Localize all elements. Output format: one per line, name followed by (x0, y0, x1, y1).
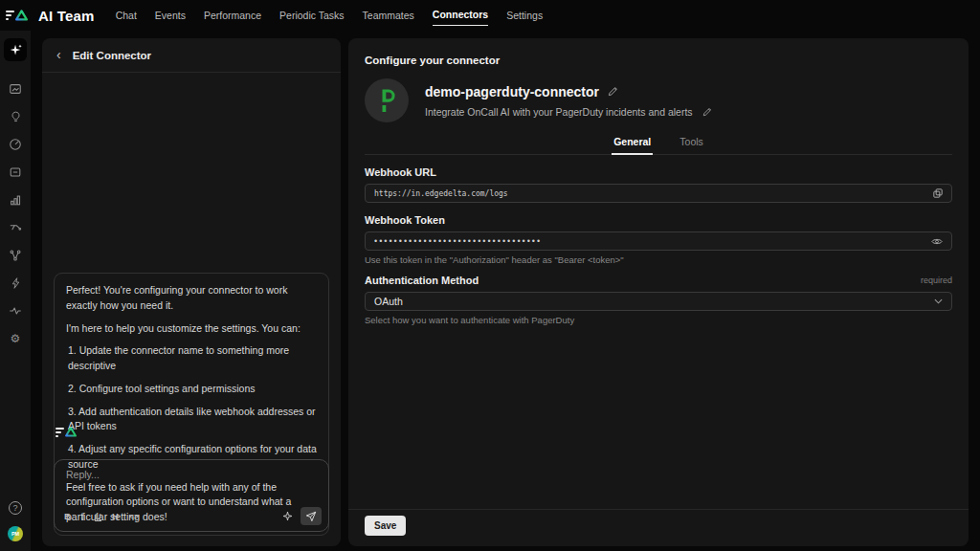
tab-general[interactable]: General (612, 130, 653, 155)
gauge-icon[interactable] (8, 137, 23, 152)
reply-toolbar: B I U H <> (64, 507, 322, 525)
heading-button[interactable]: H (112, 511, 119, 521)
user-avatar[interactable]: PM (8, 526, 23, 541)
events-card-icon[interactable] (8, 81, 23, 97)
auth-method-helper: Select how you want to authenticate with… (365, 315, 952, 325)
edit-connector-chat-panel: ‹ Edit Connector Perfect! You're configu… (42, 38, 341, 546)
edgedelta-logo-icon (6, 10, 28, 21)
nav-events[interactable]: Events (155, 6, 186, 26)
reply-input[interactable] (55, 460, 328, 498)
lightning-icon[interactable] (8, 276, 23, 291)
save-divider (348, 509, 969, 510)
settings-gear-icon[interactable]: ⚙ (8, 331, 23, 346)
card-icon[interactable] (8, 165, 23, 180)
webhook-url-input[interactable] (374, 189, 933, 198)
webhook-token-input[interactable] (374, 236, 931, 246)
ai-sparkle-icon[interactable] (4, 38, 27, 61)
nav-periodic-tasks[interactable]: Periodic Tasks (279, 6, 345, 26)
webhook-token-label: Webhook Token (365, 214, 445, 226)
edit-description-pencil-icon[interactable] (702, 107, 712, 117)
tab-tools[interactable]: Tools (678, 130, 705, 154)
edit-name-pencil-icon[interactable] (608, 86, 618, 97)
save-button[interactable]: Save (365, 516, 406, 536)
auth-method-select[interactable]: OAuth (365, 292, 952, 311)
connector-title-block: demo-pagerduty-connector Integrate OnCal… (425, 84, 712, 118)
message-paragraph: I'm here to help you customize the setti… (66, 321, 317, 337)
message-list-item: 3. Add authentication details like webho… (66, 405, 317, 435)
lightbulb-icon[interactable] (8, 109, 23, 124)
connector-description: Integrate OnCall AI with your PagerDuty … (425, 106, 693, 118)
message-paragraph: Perfect! You're configuring your connect… (66, 283, 317, 314)
activity-icon[interactable] (8, 303, 23, 319)
sparkle-icon[interactable] (282, 511, 293, 521)
copy-icon[interactable] (933, 188, 943, 198)
back-chevron-icon[interactable]: ‹ (56, 48, 61, 61)
message-list-item: 2. Configure tool settings and permissio… (66, 382, 317, 397)
nav-teammates[interactable]: Teammates (363, 6, 414, 26)
pipeline-icon[interactable] (8, 220, 23, 235)
webhook-token-helper: Use this token in the "Authorization" he… (365, 254, 952, 265)
connector-identity: demo-pagerduty-connector Integrate OnCal… (365, 78, 952, 122)
code-button[interactable]: <> (129, 512, 139, 521)
italic-button[interactable]: I (81, 512, 84, 521)
chat-panel-title: Edit Connector (73, 50, 151, 61)
icon-rail: ⚙ ? PM (0, 31, 31, 551)
underline-button[interactable]: U (95, 511, 101, 521)
nav-connectors[interactable]: Connectors (433, 5, 488, 26)
eye-icon[interactable] (931, 237, 943, 246)
chevron-down-icon (934, 298, 943, 304)
required-badge: required (921, 276, 952, 285)
send-button[interactable] (301, 507, 322, 525)
workflow-icon[interactable] (8, 248, 23, 263)
bold-button[interactable]: B (64, 511, 71, 521)
pagerduty-logo-icon (365, 78, 409, 122)
top-nav: Chat Events Performance Periodic Tasks T… (116, 5, 544, 26)
webhook-url-label: Webhook URL (365, 166, 436, 178)
chat-panel-header: ‹ Edit Connector (42, 38, 341, 73)
nav-performance[interactable]: Performance (204, 6, 261, 26)
reply-composer: B I U H <> (54, 459, 329, 532)
configure-connector-panel: Configure your connector demo-pagerduty-… (348, 38, 969, 546)
bar-chart-icon[interactable] (8, 192, 23, 208)
auth-method-label: Authentication Method (365, 275, 479, 286)
assistant-avatar-logo (56, 427, 77, 437)
webhook-url-field (365, 184, 952, 203)
edgedelta-logo[interactable] (0, 10, 33, 21)
auth-method-value: OAuth (374, 296, 403, 307)
webhook-token-field (365, 231, 952, 251)
nav-settings[interactable]: Settings (506, 6, 543, 26)
config-panel-title: Configure your connector (365, 55, 952, 66)
help-icon[interactable]: ? (9, 501, 22, 515)
config-tabs: General Tools (365, 130, 952, 155)
top-bar: AI Team Chat Events Performance Periodic… (0, 0, 980, 31)
page-title: AI Team (38, 8, 95, 24)
nav-chat[interactable]: Chat (116, 6, 137, 26)
message-list-item: 1. Update the connector name to somethin… (66, 343, 317, 374)
connector-name: demo-pagerduty-connector (425, 84, 599, 99)
